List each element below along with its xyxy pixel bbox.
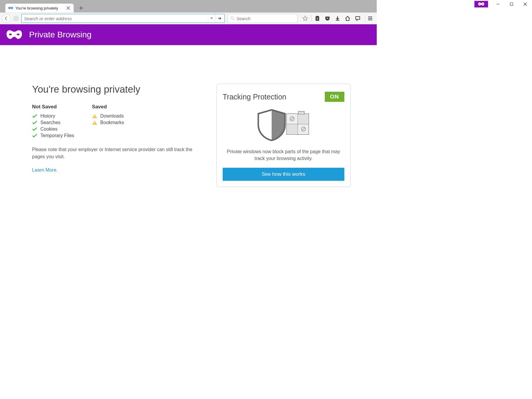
list-item: Cookies xyxy=(32,126,74,132)
list-item: History xyxy=(32,113,74,119)
main-heading: You're browsing privately xyxy=(32,84,196,95)
chat-icon[interactable] xyxy=(353,14,362,23)
card-description: Private windows now block parts of the p… xyxy=(223,148,344,162)
new-tab-button[interactable] xyxy=(77,4,86,12)
clipboard-icon[interactable] xyxy=(313,14,322,23)
address-bar[interactable] xyxy=(21,14,225,23)
toolbar-icons xyxy=(300,14,362,23)
header-title: Private Browsing xyxy=(29,30,91,39)
private-browsing-header: Private Browsing xyxy=(0,24,377,45)
saved-lists: Not Saved History Searches Cookies Tempo… xyxy=(32,104,196,139)
content-area: You're browsing privately Not Saved Hist… xyxy=(0,45,377,187)
not-saved-column: Not Saved History Searches Cookies Tempo… xyxy=(32,104,74,139)
list-item-label: Bookmarks xyxy=(100,120,124,125)
card-header: Tracking Protection ON xyxy=(223,92,344,102)
svg-rect-14 xyxy=(316,16,318,17)
mask-icon xyxy=(8,6,13,10)
svg-rect-22 xyxy=(94,115,95,117)
home-icon[interactable] xyxy=(343,14,352,23)
search-input[interactable] xyxy=(236,16,295,21)
tab-strip: You're browsing privately xyxy=(0,2,377,12)
svg-rect-34 xyxy=(298,114,308,124)
back-button[interactable] xyxy=(2,14,11,23)
tab-title: You're browsing privately xyxy=(15,6,64,10)
not-saved-label: Not Saved xyxy=(32,104,74,110)
saved-label: Saved xyxy=(92,104,124,110)
svg-rect-35 xyxy=(287,125,297,134)
search-bar[interactable] xyxy=(228,14,297,23)
list-item: Temporary Files xyxy=(32,132,74,139)
svg-rect-24 xyxy=(94,122,95,123)
list-item: Bookmarks xyxy=(92,119,124,126)
globe-icon xyxy=(13,15,19,21)
tab-close-icon[interactable] xyxy=(66,6,71,10)
svg-line-12 xyxy=(233,19,234,20)
list-item-label: Downloads xyxy=(100,113,124,119)
on-badge[interactable]: ON xyxy=(325,92,345,102)
address-input[interactable] xyxy=(24,16,208,21)
see-how-button[interactable]: See how this works xyxy=(223,168,344,181)
list-item-label: History xyxy=(40,113,55,119)
mask-icon xyxy=(7,29,22,40)
svg-rect-23 xyxy=(94,117,95,118)
toolbar xyxy=(0,12,377,24)
list-item-label: Temporary Files xyxy=(40,133,74,138)
left-column: You're browsing privately Not Saved Hist… xyxy=(32,84,196,187)
card-title: Tracking Protection xyxy=(223,93,286,101)
menu-button[interactable] xyxy=(365,14,375,23)
shield-illustration xyxy=(223,108,344,142)
downloads-icon[interactable] xyxy=(333,14,342,23)
list-item: Downloads xyxy=(92,113,124,119)
list-item-label: Searches xyxy=(40,120,61,125)
pocket-icon[interactable] xyxy=(323,14,332,23)
svg-rect-27 xyxy=(298,111,304,114)
titlebar xyxy=(0,0,377,2)
saved-column: Saved Downloads Bookmarks xyxy=(92,104,124,139)
go-button[interactable] xyxy=(215,14,223,23)
note-text: Please note that your employer or Intern… xyxy=(32,146,196,160)
separator xyxy=(311,15,311,22)
tab-active[interactable]: You're browsing privately xyxy=(5,4,74,12)
svg-rect-25 xyxy=(94,124,95,124)
learn-more-link[interactable]: Learn More. xyxy=(32,167,58,172)
address-dropdown-icon[interactable] xyxy=(208,14,215,23)
tracking-protection-card: Tracking Protection ON Private windows n… xyxy=(216,84,351,187)
bookmark-star-icon[interactable] xyxy=(300,14,310,23)
svg-point-11 xyxy=(231,17,233,19)
list-item-label: Cookies xyxy=(40,126,58,132)
list-item: Searches xyxy=(32,119,74,126)
